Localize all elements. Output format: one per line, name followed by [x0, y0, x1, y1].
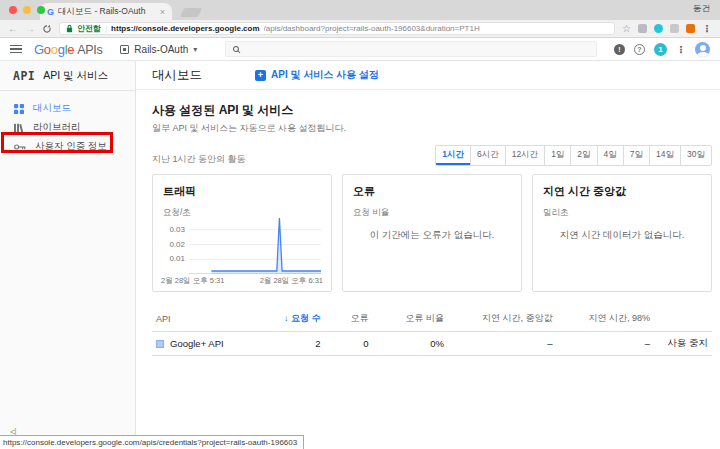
new-tab-button[interactable]	[180, 8, 202, 17]
time-range-7d[interactable]: 7일	[623, 146, 649, 165]
latency-empty-message: 지연 시간 데이터가 없습니다.	[539, 229, 705, 242]
time-range-12h[interactable]: 12시간	[505, 146, 544, 165]
back-icon[interactable]: ←	[8, 24, 18, 34]
sidebar-brand: API API 및 서비스	[0, 61, 135, 91]
api-name[interactable]: Google+ API	[170, 338, 224, 349]
time-range-2d[interactable]: 2일	[570, 146, 596, 165]
api-table-header-row: API ↓ 요청 수 오류 오류 비율 지연 시간, 중앙값 지연 시간, 98…	[152, 306, 712, 332]
page-header: 대시보드 + API 및 서비스 사용 설정	[136, 61, 720, 90]
time-range-6h[interactable]: 6시간	[470, 146, 505, 165]
window-controls	[9, 6, 45, 14]
plus-icon: +	[255, 70, 266, 81]
col-header-error-rate[interactable]: 오류 비율	[373, 306, 448, 332]
section-subtitle: 일부 API 및 서비스는 자동으로 사용 설정됩니다.	[152, 122, 712, 135]
latency-98-cell: –	[557, 332, 655, 356]
col-header-latency-98[interactable]: 지연 시간, 98%	[557, 306, 655, 332]
latency-card[interactable]: 지연 시간 중앙값 밀리초 지연 시간 데이터가 없습니다.	[532, 174, 712, 292]
app-header: GoogleAPIs Rails-OAuth ▾ ! ? 1 ⋮	[0, 38, 720, 61]
traffic-card-title: 트래픽	[163, 184, 321, 199]
error-rate-cell: 0%	[373, 332, 448, 356]
bookmark-star-icon[interactable]: ☆	[622, 23, 631, 34]
x-axis-end-label: 2월 28일 오후 6:31	[260, 276, 323, 286]
table-row[interactable]: Google+ API 2 0 0% – – 사용 중지	[152, 332, 712, 356]
search-box[interactable]	[225, 41, 597, 57]
tab-close-icon[interactable]: ×	[160, 7, 165, 17]
enable-apis-button[interactable]: + API 및 서비스 사용 설정	[255, 68, 379, 82]
metric-cards: 트래픽 요청/초 2월 28일 오후 5:31 2월 28일 오후 6:31 0…	[152, 174, 712, 292]
time-range-14d[interactable]: 14일	[649, 146, 680, 165]
chrome-profile-name[interactable]: 동건	[693, 3, 710, 15]
time-range-1d[interactable]: 1일	[544, 146, 570, 165]
sidebar: API API 및 서비스 대시보드 라이브러리 사용자 인증 정보 <|	[0, 61, 136, 449]
window-close-button[interactable]	[9, 6, 17, 14]
extension-icon-3[interactable]	[670, 24, 679, 33]
window-zoom-button[interactable]	[37, 6, 45, 14]
user-avatar[interactable]	[695, 42, 710, 57]
errors-cell: 0	[324, 332, 372, 356]
api-color-swatch	[156, 340, 164, 348]
api-logo: API	[13, 69, 35, 83]
col-header-api[interactable]: API	[152, 306, 228, 332]
api-table: API ↓ 요청 수 오류 오류 비율 지연 시간, 중앙값 지연 시간, 98…	[152, 306, 712, 356]
project-name: Rails-OAuth	[134, 44, 188, 55]
project-icon	[120, 45, 129, 54]
chevron-down-icon: ▾	[193, 45, 197, 54]
header-icons: ! ? 1 ⋮	[614, 42, 710, 57]
security-label: 안전함	[77, 23, 101, 34]
col-header-action	[654, 306, 712, 332]
feedback-icon[interactable]: !	[614, 44, 625, 55]
browser-tabstrip: G 대시보드 - Rails-OAuth × 동건	[0, 0, 720, 20]
extension-icon-2[interactable]	[654, 24, 663, 33]
enable-apis-label: API 및 서비스 사용 설정	[271, 68, 379, 82]
project-selector[interactable]: Rails-OAuth ▾	[120, 44, 197, 55]
activity-label: 지난 1시간 동안의 활동	[152, 153, 246, 166]
help-icon[interactable]: ?	[634, 44, 645, 55]
time-range-4d[interactable]: 4일	[597, 146, 623, 165]
notifications-badge[interactable]: 1	[654, 43, 667, 56]
extension-icon-1[interactable]	[638, 24, 647, 33]
browser-url-toolbar: ← → 안전함 | https://console.developers.goo…	[0, 20, 720, 38]
header-more-icon[interactable]: ⋮	[676, 44, 686, 55]
sort-desc-icon: ↓	[284, 313, 289, 323]
window-minimize-button[interactable]	[23, 6, 31, 14]
status-url: https://console.developers.google.com/ap…	[3, 438, 297, 447]
sidebar-item-dashboard[interactable]: 대시보드	[0, 99, 135, 118]
time-range-30d[interactable]: 30일	[680, 146, 711, 165]
x-axis-start-label: 2월 28일 오후 5:31	[161, 276, 224, 286]
traffic-card[interactable]: 트래픽 요청/초 2월 28일 오후 5:31 2월 28일 오후 6:31 0…	[152, 174, 332, 292]
page-title: 대시보드	[152, 67, 255, 84]
col-header-requests[interactable]: ↓ 요청 수	[228, 306, 325, 332]
errors-card[interactable]: 오류 요청 비율 이 기간에는 오류가 없습니다.	[342, 174, 522, 292]
google-apis-logo[interactable]: GoogleAPIs	[34, 42, 102, 57]
sidebar-item-label: 대시보드	[33, 102, 71, 115]
sidebar-title: API 및 서비스	[43, 69, 108, 83]
time-range-1h[interactable]: 1시간	[436, 146, 470, 165]
extension-icon-4[interactable]	[686, 24, 695, 33]
time-range-group: 1시간 6시간 12시간 1일 2일 4일 7일 14일 30일	[435, 145, 712, 166]
search-input[interactable]	[246, 44, 590, 54]
traffic-plot	[189, 215, 321, 274]
browser-tab[interactable]: G 대시보드 - Rails-OAuth ×	[40, 3, 172, 20]
url-path: /apis/dashboard?project=rails-oauth-1966…	[264, 24, 480, 33]
logo-apis-text: APIs	[77, 43, 102, 57]
dashboard-icon	[14, 104, 24, 114]
annotation-red-box	[1, 132, 113, 153]
reload-icon[interactable]	[42, 24, 52, 34]
col-header-latency-median[interactable]: 지연 시간, 중앙값	[448, 306, 557, 332]
tab-title: 대시보드 - Rails-OAuth	[58, 6, 156, 18]
section-title: 사용 설정된 API 및 서비스	[152, 102, 712, 119]
forward-icon[interactable]: →	[25, 24, 35, 34]
lock-icon	[66, 24, 73, 33]
errors-unit-label: 요청 비율	[353, 207, 511, 219]
y-axis-tick-label: 0.01	[161, 254, 185, 263]
col-header-errors[interactable]: 오류	[324, 306, 372, 332]
status-bar: https://console.developers.google.com/ap…	[0, 435, 304, 449]
address-separator: |	[105, 24, 107, 33]
latency-unit-label: 밀리초	[543, 207, 701, 219]
library-icon	[14, 123, 24, 133]
disable-api-button[interactable]: 사용 중지	[654, 332, 712, 356]
api-name-cell[interactable]: Google+ API	[152, 332, 228, 356]
address-bar[interactable]: 안전함 | https://console.developers.google.…	[59, 22, 615, 35]
hamburger-menu-icon[interactable]	[10, 45, 22, 54]
browser-menu-icon[interactable]: ⋮	[702, 23, 712, 34]
